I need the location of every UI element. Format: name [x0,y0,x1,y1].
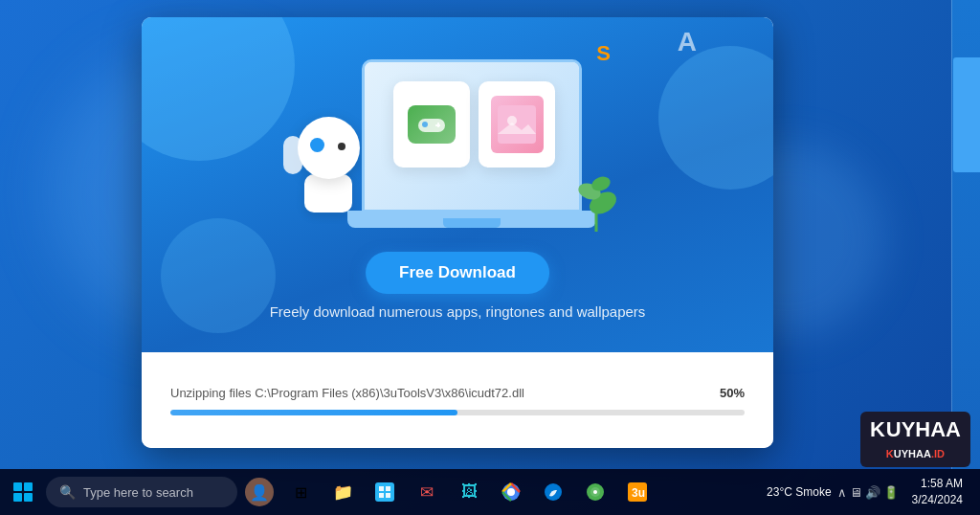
svg-point-1 [422,122,428,127]
photos-icon: 🖼 [461,482,478,502]
tray-chevron-icon[interactable]: ∧ [837,485,847,500]
robot-head [298,117,360,179]
progress-info-row: Unzipping files C:\Program Files (x86)\3… [170,386,745,400]
laptop-hinge [443,218,501,228]
taskbar-icon-edge[interactable] [534,473,572,511]
installer-top-section: A S [142,17,773,352]
system-clock[interactable]: 1:58 AM 3/24/2024 [904,476,970,508]
inst-blob-2 [658,46,773,190]
clock-time: 1:58 AM [912,476,963,492]
system-tray: 23°C Smoke ∧ 🖥 🔊 🔋 1:58 AM 3/24/2024 [767,476,980,508]
svg-rect-12 [379,486,384,491]
progress-bar-container [170,410,745,415]
svg-rect-13 [386,486,390,491]
robot-ear [283,136,302,174]
taskbar-icon-file-explorer[interactable]: 📁 [323,473,362,511]
laptop-base [347,211,596,228]
leaf-decoration [572,155,620,232]
taskbar-icon-chrome[interactable] [492,473,530,511]
file-explorer-icon: 📁 [333,482,353,503]
win-logo-tr [24,482,33,491]
progress-percent: 50% [720,386,745,400]
taskbar-icon-chrome2[interactable] [576,473,614,511]
kuyhaa-brand: K UYHAA [870,417,961,442]
weather-widget: 23°C Smoke [767,485,832,499]
laptop-screen-inner [365,62,579,210]
illustration-area: Free Download [256,40,658,289]
svg-rect-14 [379,493,384,498]
installer-bottom-section: Unzipping files C:\Program Files (x86)\3… [142,352,773,448]
svg-point-21 [593,490,597,494]
svg-rect-15 [386,493,390,498]
taskbar: 🔍 Type here to search 👤 ⊞ 📁 [0,469,980,515]
kuyhaa-badge: K UYHAA KUYHAA.ID [860,412,970,467]
start-button[interactable] [0,469,46,515]
kuyhaa-site: KUYHAA.ID [886,444,945,461]
progress-label: Unzipping files C:\Program Files (x86)\3… [170,386,524,400]
search-placeholder-text: Type here to search [83,485,193,500]
taskbar-icon-windows-start[interactable]: ⊞ [281,473,320,511]
store-icon [375,482,394,502]
tray-volume-icon[interactable]: 🔊 [865,485,880,500]
taskbar-icon-photos[interactable]: 🖼 [450,473,488,511]
svg-rect-3 [435,124,440,126]
start-icon: ⊞ [295,483,307,502]
right-panel [951,0,980,469]
app-icon: 3u [628,482,647,502]
game-card [393,81,470,168]
windows-logo [13,482,33,502]
svg-point-17 [507,488,515,496]
svg-text:3u: 3u [632,486,645,500]
win-logo-tl [13,482,22,491]
robot-eye-left [310,138,324,152]
search-icon: 🔍 [59,484,76,500]
desktop: A S [0,0,980,515]
mail-icon: ✉ [420,482,434,503]
free-download-button[interactable]: Free Download [366,252,549,294]
svg-rect-4 [498,105,536,144]
taskbar-app-icons: ⊞ 📁 ✉ 🖼 [281,473,657,511]
taskbar-search[interactable]: 🔍 Type here to search [46,477,237,507]
weather-temp-text: 23°C Smoke [767,485,832,499]
photo-card [479,81,555,168]
clock-date: 3/24/2024 [912,492,963,508]
robot-body [304,174,352,213]
taskbar-icon-app[interactable]: 3u [618,473,657,511]
edge-icon [544,482,563,502]
installer-window: A S [142,17,773,448]
float-letter-a: A [678,27,697,57]
robot-character [285,117,371,213]
svg-rect-11 [375,482,394,502]
photo-icon [491,96,544,153]
progress-bar-fill [170,410,457,415]
chrome-icon [501,482,521,502]
game-icon [408,105,456,144]
right-panel-accent [953,57,980,172]
kuyhaa-k-letter: K [870,417,884,442]
chrome2-icon [586,482,605,502]
taskbar-icon-store[interactable] [366,473,404,511]
tray-network-icon[interactable]: 🖥 [850,485,862,500]
laptop-screen [362,59,582,213]
taskbar-icon-mail[interactable]: ✉ [408,473,446,511]
taskbar-avatar[interactable]: 👤 [245,478,274,506]
win-logo-br [24,493,33,502]
tray-battery-icon: 🔋 [883,485,899,500]
installer-description: Freely download numerous apps, ringtones… [270,303,646,320]
win-logo-bl [13,493,22,502]
kuyhaa-uyhaa: UYHAA [886,417,961,442]
robot-eye-right [338,143,345,150]
tray-icons: ∧ 🖥 🔊 🔋 [837,485,899,500]
